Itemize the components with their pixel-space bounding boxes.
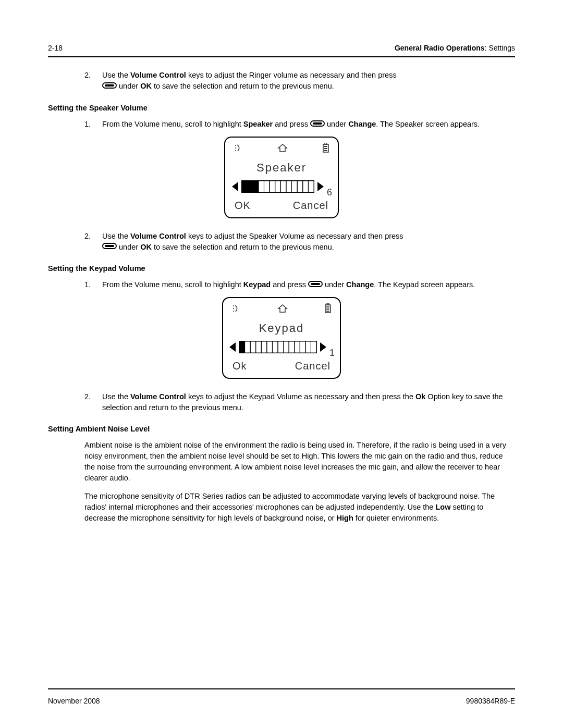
page-number: 2-18 <box>48 43 63 53</box>
step-ringer-2: 2. Use the Volume Control keys to adjust… <box>48 70 515 92</box>
step-keypad-1: 1. From the Volume menu, scroll to highl… <box>48 279 515 291</box>
lcd-keypad: Keypad 1 Ok Cancel <box>222 297 341 379</box>
header-section: General Radio Operations: Settings <box>395 43 515 53</box>
arrow-right-icon <box>319 341 327 356</box>
svg-rect-39 <box>239 341 245 353</box>
svg-rect-22 <box>292 181 298 192</box>
svg-point-31 <box>233 308 234 309</box>
lcd-cancel-label: Cancel <box>295 359 331 374</box>
arrow-right-icon <box>316 181 325 195</box>
footer-doc-id: 9980384R89-E <box>466 696 515 706</box>
svg-rect-3 <box>313 122 322 125</box>
volume-level: 6 <box>327 186 332 199</box>
heading-keypad-volume: Setting the Keypad Volume <box>48 263 515 274</box>
option-key-icon <box>102 241 117 252</box>
svg-rect-49 <box>295 341 300 353</box>
svg-point-32 <box>233 311 234 312</box>
ambient-paragraph-1: Ambient noise is the ambient noise of th… <box>48 440 515 484</box>
content: 2. Use the Volume Control keys to adjust… <box>48 70 515 524</box>
heading-ambient-noise: Setting Ambient Noise Level <box>48 424 515 435</box>
svg-rect-20 <box>280 181 286 192</box>
option-key-icon <box>102 81 117 92</box>
svg-rect-13 <box>242 181 248 192</box>
svg-rect-41 <box>250 341 256 353</box>
lcd-speaker: Speaker 6 OK Cancel <box>224 137 339 218</box>
svg-rect-16 <box>259 181 264 192</box>
svg-rect-19 <box>275 181 281 192</box>
svg-rect-50 <box>300 341 305 353</box>
signal-icon <box>234 143 243 156</box>
battery-icon <box>324 303 332 317</box>
page-header: 2-18 General Radio Operations: Settings <box>48 43 515 57</box>
option-key-icon <box>308 279 323 290</box>
arrow-left-icon <box>231 181 239 195</box>
svg-rect-11 <box>324 150 327 151</box>
svg-rect-9 <box>324 146 327 147</box>
svg-rect-1 <box>105 84 114 87</box>
lcd-ok-label: Ok <box>232 359 247 374</box>
svg-rect-24 <box>303 181 309 192</box>
svg-rect-48 <box>289 341 295 353</box>
home-icon <box>277 304 288 316</box>
svg-point-6 <box>235 150 236 151</box>
volume-bar <box>239 341 317 356</box>
svg-rect-46 <box>278 341 284 353</box>
svg-rect-44 <box>267 341 273 353</box>
page-footer: November 2008 9980384R89-E <box>48 688 515 706</box>
lcd-speaker-title: Speaker <box>231 159 332 176</box>
svg-rect-10 <box>324 148 327 149</box>
svg-rect-25 <box>308 181 314 192</box>
ambient-paragraph-2: The microphone sensitivity of DTR Series… <box>48 491 515 524</box>
svg-rect-18 <box>270 181 275 192</box>
svg-rect-37 <box>326 311 329 312</box>
step-keypad-2: 2. Use the Volume Control keys to adjust… <box>48 391 515 413</box>
page: 2-18 General Radio Operations: Settings … <box>0 0 563 728</box>
svg-rect-23 <box>297 181 303 192</box>
step-speaker-1: 1. From the Volume menu, scroll to highl… <box>48 119 515 130</box>
svg-rect-47 <box>284 341 289 353</box>
svg-rect-21 <box>286 181 292 192</box>
svg-rect-35 <box>326 306 329 307</box>
home-icon <box>277 143 288 156</box>
footer-date: November 2008 <box>48 696 100 706</box>
svg-point-5 <box>235 147 236 149</box>
svg-point-4 <box>235 145 236 146</box>
svg-rect-15 <box>253 181 259 192</box>
step-speaker-2: 2. Use the Volume Control keys to adjust… <box>48 231 515 253</box>
svg-rect-8 <box>325 143 327 144</box>
svg-point-30 <box>233 305 234 306</box>
svg-rect-51 <box>305 341 311 353</box>
svg-rect-43 <box>261 341 267 353</box>
svg-rect-17 <box>264 181 270 192</box>
heading-speaker-volume: Setting the Speaker Volume <box>48 103 515 114</box>
lcd-ok-label: OK <box>235 198 251 213</box>
lcd-cancel-label: Cancel <box>293 198 328 213</box>
option-key-icon <box>310 119 325 130</box>
svg-rect-34 <box>327 303 329 305</box>
volume-level: 1 <box>329 346 335 360</box>
svg-rect-40 <box>245 341 251 353</box>
lcd-keypad-title: Keypad <box>229 320 334 337</box>
svg-rect-27 <box>105 245 114 247</box>
svg-rect-14 <box>248 181 253 192</box>
svg-rect-36 <box>326 309 329 310</box>
svg-rect-45 <box>272 341 278 353</box>
volume-bar <box>241 180 314 196</box>
signal-icon <box>231 304 241 316</box>
svg-rect-52 <box>311 341 316 353</box>
battery-icon <box>322 143 329 156</box>
svg-rect-29 <box>311 283 320 285</box>
svg-rect-42 <box>256 341 262 353</box>
arrow-left-icon <box>228 341 237 356</box>
